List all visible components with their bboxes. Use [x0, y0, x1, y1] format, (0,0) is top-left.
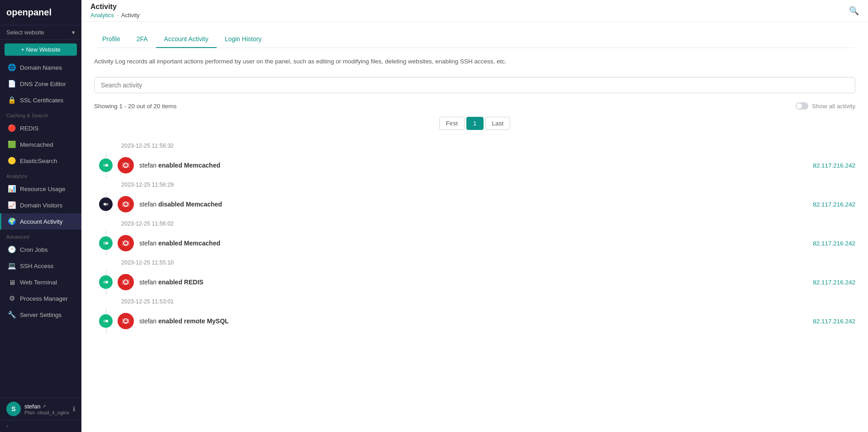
svg-point-53 — [126, 320, 127, 321]
first-page-button[interactable]: First — [439, 117, 465, 130]
monitor-icon: 🖥 — [8, 278, 16, 286]
sidebar-item-cron-jobs[interactable]: 🕐 Cron Jobs — [0, 241, 81, 258]
svg-line-45 — [128, 280, 129, 281]
username-label: stefan ↗ — [24, 403, 73, 410]
svg-line-54 — [122, 319, 123, 320]
sidebar-section-caching: Caching & Search 🔴 REDIS 🟩 Memcached 🟡 E… — [0, 108, 81, 169]
sidebar-item-domain-visitors[interactable]: 📈 Domain Visitors — [0, 197, 81, 213]
svg-point-17 — [126, 203, 127, 204]
sidebar-section-advanced: Advanced 🕐 Cron Jobs 💻 SSH Access 🖥 Web … — [0, 230, 81, 323]
section-label-caching: Caching & Search — [0, 108, 81, 120]
sidebar: openpanel Select website ▾ + New Website… — [0, 0, 81, 432]
wrench-icon: 🔧 — [8, 311, 16, 319]
collapse-sidebar-button[interactable]: ‹ — [6, 423, 8, 429]
main-content: Activity Analytics › Activity 🔍 Profile … — [81, 0, 868, 432]
tab-account-activity[interactable]: Account Activity — [156, 31, 217, 48]
timeline-date: 2023-12-25 11:56:32 — [94, 139, 855, 153]
timeline-date: 2023-12-25 11:53:01 — [94, 295, 855, 308]
sidebar-item-account-activity[interactable]: 🌍 Account Activity — [0, 213, 81, 230]
timeline-icon-wrap — [94, 158, 118, 172]
timeline-entry: stefan enabled REDIS82.117.216.242 — [94, 269, 855, 295]
svg-point-13 — [104, 203, 106, 206]
sidebar-item-resource-usage[interactable]: 📊 Resource Usage — [0, 181, 81, 197]
search-input[interactable] — [94, 77, 855, 93]
timeline-entry: stefan disabled Memcached82.117.216.242 — [94, 192, 855, 217]
external-link-icon: ↗ — [42, 403, 46, 409]
user-avatar — [118, 157, 134, 173]
sidebar-item-label: REDIS — [20, 125, 38, 132]
activity-ip[interactable]: 82.117.216.242 — [813, 240, 855, 247]
gear-icon: ⚙ — [8, 294, 16, 302]
tab-login-history[interactable]: Login History — [217, 31, 270, 48]
sidebar-item-label: Account Activity — [20, 218, 63, 225]
svg-point-4 — [124, 164, 125, 165]
sidebar-section-0: 🌐 Domain Names 📄 DNS Zone Editor 🔒 SSL C… — [0, 59, 81, 108]
svg-point-41 — [126, 281, 127, 282]
tab-bar: Profile 2FA Account Activity Login Histo… — [94, 31, 855, 48]
svg-line-20 — [122, 206, 123, 206]
svg-line-35 — [128, 245, 129, 245]
search-icon[interactable]: 🔍 — [849, 6, 859, 16]
activity-ip[interactable]: 82.117.216.242 — [813, 318, 855, 325]
help-icon[interactable]: ℹ — [73, 405, 75, 413]
sidebar-item-elasticsearch[interactable]: 🟡 ElasticSearch — [0, 153, 81, 169]
user-avatar — [118, 313, 134, 329]
sidebar-item-label: Memcached — [20, 141, 53, 148]
breadcrumb: Analytics › Activity — [90, 12, 140, 19]
globe-icon: 🌐 — [8, 63, 16, 72]
timeline-icon-wrap — [94, 314, 118, 328]
chart-icon: 📊 — [8, 185, 16, 193]
select-website-label: Select website — [6, 29, 44, 36]
svg-point-52 — [124, 320, 125, 321]
show-all-label: Show all activity — [812, 103, 855, 110]
timeline-date: 2023-12-25 11:55:10 — [94, 256, 855, 269]
timeline-entry: stefan enabled remote MySQL82.117.216.24… — [94, 308, 855, 334]
sidebar-item-server-settings[interactable]: 🔧 Server Settings — [0, 307, 81, 323]
tab-2fa[interactable]: 2FA — [128, 31, 156, 48]
activity-ip[interactable]: 82.117.216.242 — [813, 162, 855, 169]
sidebar-item-label: DNS Zone Editor — [20, 81, 66, 87]
breadcrumb-parent[interactable]: Analytics — [90, 12, 114, 19]
sidebar-item-redis[interactable]: 🔴 REDIS — [0, 120, 81, 136]
page-title: Activity — [90, 3, 140, 11]
sidebar-item-dns-zone-editor[interactable]: 📄 DNS Zone Editor — [0, 76, 81, 92]
svg-point-5 — [126, 164, 127, 165]
showing-count: Showing 1 - 20 out of 20 items — [94, 103, 176, 110]
sidebar-item-web-terminal[interactable]: 🖥 Web Terminal — [0, 274, 81, 290]
svg-line-18 — [122, 202, 123, 203]
user-avatar — [118, 196, 134, 212]
last-page-button[interactable]: Last — [485, 117, 511, 130]
timeline-icon-wrap — [94, 275, 118, 289]
content-area: Profile 2FA Account Activity Login Histo… — [81, 22, 868, 432]
svg-line-23 — [128, 206, 129, 206]
new-website-button[interactable]: + New Website — [5, 43, 77, 56]
svg-line-44 — [122, 283, 123, 284]
file-icon: 📄 — [8, 80, 16, 88]
pagination: First 1 Last — [94, 117, 855, 130]
svg-point-1 — [106, 164, 108, 167]
svg-line-9 — [128, 163, 129, 164]
sidebar-item-ssl-certificates[interactable]: 🔒 SSL Certificates — [0, 92, 81, 108]
enabled-toggle-icon — [99, 158, 113, 172]
sidebar-item-memcached[interactable]: 🟩 Memcached — [0, 136, 81, 153]
chevron-down-icon: ▾ — [72, 29, 75, 36]
select-website-dropdown[interactable]: Select website ▾ — [0, 25, 81, 40]
tab-profile[interactable]: Profile — [94, 31, 128, 48]
sidebar-item-ssh-access[interactable]: 💻 SSH Access — [0, 258, 81, 274]
current-page-button[interactable]: 1 — [466, 117, 484, 130]
sidebar-item-label: Web Terminal — [20, 279, 57, 286]
activity-ip[interactable]: 82.117.216.242 — [813, 201, 855, 208]
sidebar-item-label: ElasticSearch — [20, 158, 57, 164]
user-avatar — [118, 235, 134, 251]
sidebar-item-domain-names[interactable]: 🌐 Domain Names — [0, 59, 81, 76]
svg-point-29 — [126, 242, 127, 243]
app-logo: openpanel — [0, 0, 81, 25]
redis-icon: 🔴 — [8, 124, 16, 132]
clock-icon: 🕐 — [8, 245, 16, 254]
sidebar-item-process-manager[interactable]: ⚙ Process Manager — [0, 290, 81, 307]
svg-point-25 — [106, 242, 108, 245]
activity-ip[interactable]: 82.117.216.242 — [813, 279, 855, 286]
svg-line-11 — [128, 167, 129, 168]
show-all-toggle[interactable] — [796, 102, 808, 110]
activity-description: Activity Log records all important actio… — [94, 57, 855, 66]
